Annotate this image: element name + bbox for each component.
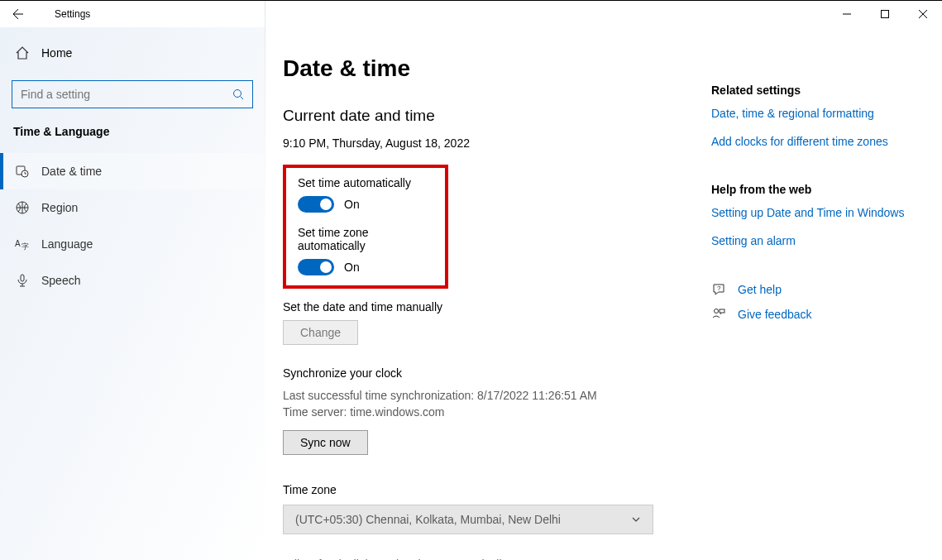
maximize-button[interactable] (866, 1, 904, 27)
give-feedback-link[interactable]: Give feedback (738, 308, 812, 321)
clock-calendar-icon (15, 164, 30, 179)
auto-zone-toggle[interactable] (298, 259, 334, 275)
svg-text:字: 字 (22, 242, 29, 251)
nav-item-label: Language (41, 237, 93, 251)
current-heading: Current date and time (283, 107, 711, 125)
home-nav[interactable]: Home (0, 34, 265, 72)
language-icon: A字 (15, 237, 30, 251)
auto-time-state: On (344, 198, 360, 211)
svg-text:A: A (15, 239, 21, 248)
feedback-icon (711, 307, 726, 322)
page-title: Date & time (283, 55, 711, 82)
timezone-heading: Time zone (283, 483, 711, 496)
link-setting-alarm[interactable]: Setting an alarm (711, 234, 930, 247)
search-input[interactable] (21, 88, 232, 101)
svg-point-2 (234, 90, 241, 98)
svg-line-3 (241, 97, 244, 100)
time-server-text: Time server: time.windows.com (283, 404, 711, 421)
home-label: Home (41, 46, 72, 60)
category-title: Time & Language (0, 125, 265, 153)
minimize-button[interactable] (828, 1, 866, 27)
svg-rect-12 (720, 309, 724, 313)
manual-label: Set the date and time manually (283, 300, 711, 314)
auto-zone-label: Set time zone automatically (298, 226, 433, 252)
svg-text:?: ? (717, 285, 721, 292)
search-icon (232, 89, 244, 100)
timezone-selected: (UTC+05:30) Chennai, Kolkata, Mumbai, Ne… (295, 513, 561, 526)
svg-rect-9 (21, 275, 24, 281)
nav-item-speech[interactable]: Speech (0, 262, 265, 299)
back-button[interactable] (0, 1, 36, 27)
svg-rect-1 (882, 11, 889, 18)
related-pane: Related settings Date, time & regional f… (711, 27, 940, 560)
microphone-icon (15, 273, 30, 288)
nav-item-label: Date & time (41, 165, 102, 178)
get-help-link[interactable]: Get help (738, 283, 782, 296)
last-sync-text: Last successful time synchronization: 8/… (283, 388, 711, 404)
app-title: Settings (36, 8, 90, 20)
sidebar: Home Time & Language Date & time (0, 27, 265, 560)
highlight-annotation: Set time automatically On Set time zone … (283, 165, 448, 289)
get-help-row[interactable]: ? Get help (711, 282, 930, 297)
nav-item-label: Speech (41, 274, 80, 287)
close-button[interactable] (904, 1, 942, 27)
chevron-down-icon (631, 515, 641, 524)
title-bar: Settings (0, 1, 942, 27)
maximize-icon (881, 10, 889, 18)
search-container (12, 80, 253, 108)
search-box[interactable] (12, 80, 253, 108)
globe-icon (15, 200, 30, 215)
current-datetime: 9:10 PM, Thursday, August 18, 2022 (283, 136, 711, 150)
svg-point-11 (715, 309, 719, 314)
related-heading: Related settings (711, 84, 930, 97)
auto-time-toggle[interactable] (298, 196, 334, 213)
nav-item-language[interactable]: A字 Language (0, 226, 265, 262)
nav-item-date-time[interactable]: Date & time (0, 153, 265, 189)
give-feedback-row[interactable]: Give feedback (711, 307, 930, 322)
home-icon (15, 45, 30, 60)
auto-zone-state: On (344, 261, 360, 274)
change-button[interactable]: Change (283, 320, 358, 345)
chat-help-icon: ? (711, 282, 726, 297)
sync-now-button[interactable]: Sync now (283, 430, 368, 455)
sync-heading: Synchronize your clock (283, 366, 711, 380)
link-date-time-regional[interactable]: Date, time & regional formatting (711, 107, 930, 120)
nav-list: Date & time Region A字 Language (0, 153, 265, 299)
timezone-dropdown[interactable]: (UTC+05:30) Chennai, Kolkata, Mumbai, Ne… (283, 505, 653, 534)
nav-item-region[interactable]: Region (0, 189, 265, 226)
nav-item-label: Region (41, 201, 78, 214)
close-icon (919, 10, 927, 18)
minimize-icon (843, 10, 851, 18)
main-pane: Date & time Current date and time 9:10 P… (265, 27, 711, 560)
link-setup-date-time[interactable]: Setting up Date and Time in Windows (711, 206, 930, 219)
help-web-heading: Help from the web (711, 183, 930, 196)
link-add-clocks[interactable]: Add clocks for different time zones (711, 135, 930, 148)
auto-time-label: Set time automatically (298, 176, 433, 189)
arrow-left-icon (12, 7, 25, 21)
